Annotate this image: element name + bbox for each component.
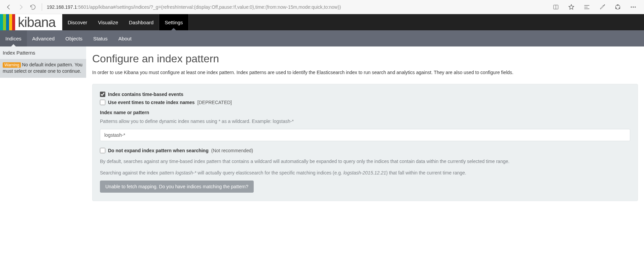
tab-status[interactable]: Status [88,30,113,46]
topnav: kibana Discover Visualize Dashboard Sett… [0,14,644,30]
checkbox-eventtimes-label: Use event times to create index names [108,100,195,105]
share-icon[interactable] [613,1,622,13]
checkbox-noexpand[interactable] [100,148,105,153]
url-bar[interactable]: 192.168.197.1:5601/app/kibana#/settings/… [45,3,551,11]
noexpand-help-1: By default, searches against any time-ba… [100,158,630,165]
sidebar: Index Patterns WarningNo default index p… [0,46,86,78]
svg-point-9 [635,6,636,7]
page-title: Configure an index pattern [92,53,638,65]
svg-point-7 [631,6,632,7]
checkbox-timebased-row: Index contains time-based events [100,92,630,97]
tab-about[interactable]: About [113,30,137,46]
index-name-input[interactable] [100,129,630,141]
svg-point-2 [604,4,605,5]
chrome-right-controls [551,1,641,13]
checkbox-timebased[interactable] [100,92,105,97]
checkbox-noexpand-row: Do not expand index pattern when searchi… [100,148,630,153]
nav-settings[interactable]: Settings [159,14,188,30]
chrome-divider [42,3,42,11]
url-host: 192.168.197.1 [47,4,77,10]
nav-dashboard[interactable]: Dashboard [123,14,159,30]
forward-button[interactable] [15,1,27,13]
logo-stripes [0,14,15,30]
index-name-label: Index name or pattern [100,110,630,115]
logo-text: kibana [18,14,56,30]
hub-icon[interactable] [582,1,592,13]
tab-indices[interactable]: Indices [0,30,27,46]
reading-view-icon[interactable] [551,1,561,13]
tab-objects[interactable]: Objects [60,30,88,46]
index-name-help: Patterns allow you to define dynamic ind… [100,118,630,125]
checkbox-eventtimes[interactable] [100,100,105,105]
browser-chrome: 192.168.197.1:5601/app/kibana#/settings/… [0,0,644,14]
nav-discover[interactable]: Discover [62,14,93,30]
kibana-logo[interactable]: kibana [0,14,62,30]
noexpand-help-2: Searching against the index pattern logs… [100,169,630,177]
notes-icon[interactable] [598,1,607,13]
sidebar-warning: WarningNo default index pattern. You mus… [0,59,86,78]
topnav-items: Discover Visualize Dashboard Settings [62,14,189,30]
url-rest: :5601/app/kibana#/settings/indices/?_g=(… [77,4,341,10]
sidebar-header[interactable]: Index Patterns [0,46,86,59]
back-button[interactable] [3,1,15,13]
svg-point-4 [617,4,618,5]
svg-point-8 [633,6,634,7]
warning-badge: Warning [3,62,21,68]
refresh-button[interactable] [27,1,39,13]
create-button-disabled: Unable to fetch mapping. Do you have ind… [100,181,254,193]
checkbox-noexpand-suffix: (Not recommended) [211,148,253,153]
svg-point-6 [619,7,620,8]
main-content: Configure an index pattern In order to u… [86,46,644,211]
svg-point-1 [604,5,605,6]
svg-point-5 [615,7,616,8]
tab-advanced[interactable]: Advanced [27,30,60,46]
more-icon[interactable] [629,1,638,13]
subnav: Indices Advanced Objects Status About [0,30,644,46]
page-lead: In order to use Kibana you must configur… [92,70,638,75]
page-body: Index Patterns WarningNo default index p… [0,46,644,211]
checkbox-eventtimes-suffix: [DEPRECATED] [198,100,232,105]
nav-visualize[interactable]: Visualize [93,14,123,30]
index-name-group: Index name or pattern Patterns allow you… [100,110,630,141]
form-panel: Index contains time-based events Use eve… [92,84,638,201]
favorite-icon[interactable] [567,1,576,13]
checkbox-eventtimes-row: Use event times to create index names [D… [100,100,630,105]
checkbox-noexpand-label: Do not expand index pattern when searchi… [108,148,209,153]
checkbox-timebased-label: Index contains time-based events [108,92,183,97]
